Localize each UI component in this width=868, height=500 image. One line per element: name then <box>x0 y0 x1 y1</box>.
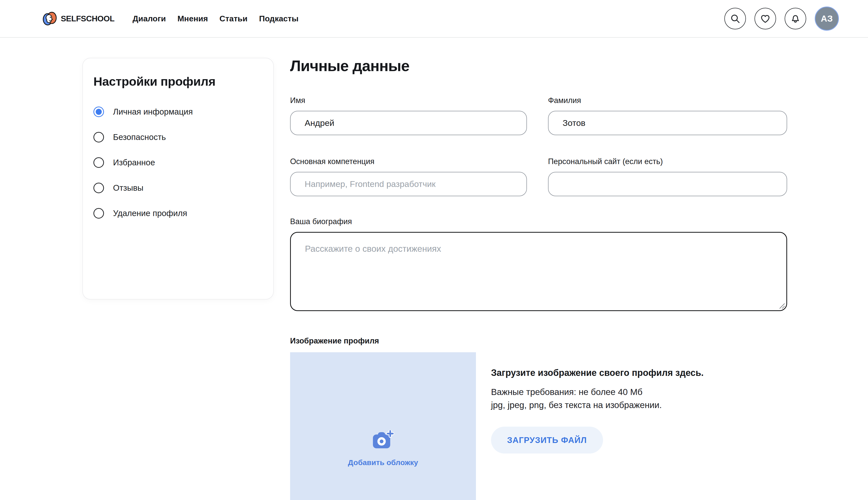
website-label: Персональный сайт (если есть) <box>548 157 787 166</box>
sidebar-item-favorites[interactable]: Избранное <box>93 157 263 168</box>
avatar-initials: АЗ <box>821 14 833 24</box>
profile-settings-sidebar: Настройки профиля Личная информация Безо… <box>82 58 274 299</box>
sidebar-item-label: Избранное <box>113 158 155 167</box>
radio-icon <box>93 208 104 219</box>
profile-image-label: Изображение профиля <box>290 336 787 346</box>
add-cover-label: Добавить обложку <box>348 458 418 467</box>
page-title: Личные данные <box>290 58 787 73</box>
upload-info: Загрузите изображение своего профиля зде… <box>491 352 785 500</box>
first-name-input[interactable] <box>290 111 527 135</box>
upload-area: Добавить обложку Загрузите изображение с… <box>290 352 787 500</box>
field-last-name: Фамилия <box>548 96 787 135</box>
sidebar-item-label: Безопасность <box>113 133 166 142</box>
selfschool-logo-icon <box>42 11 57 26</box>
upload-requirement-line2: jpg, jpeg, png, без текста на изображени… <box>491 398 785 411</box>
brand-logo[interactable]: SELFSCHOOL <box>42 11 115 26</box>
form-row-names: Имя Фамилия <box>290 96 787 135</box>
first-name-label: Имя <box>290 96 527 105</box>
radio-icon <box>93 183 104 193</box>
sidebar-item-personal-info[interactable]: Личная информация <box>93 106 263 117</box>
search-icon <box>730 13 740 24</box>
nav-item-articles[interactable]: Статьи <box>220 14 248 23</box>
settings-radio-list: Личная информация Безопасность Избранное… <box>93 106 263 219</box>
field-website: Персональный сайт (если есть) <box>548 157 787 196</box>
textarea-resize-handle[interactable] <box>778 303 785 309</box>
sidebar-item-label: Удаление профиля <box>113 208 187 218</box>
brand-name: SELFSCHOOL <box>61 14 115 23</box>
upload-requirement-line1: Важные требования: не более 40 Мб <box>491 385 785 398</box>
main-nav: Диалоги Мнения Статьи Подкасты <box>132 14 299 23</box>
favorites-button[interactable] <box>754 8 776 30</box>
competence-input[interactable] <box>290 172 527 196</box>
upload-file-button[interactable]: ЗАГРУЗИТЬ ФАЙЛ <box>491 427 603 454</box>
sidebar-item-reviews[interactable]: Отзывы <box>93 182 263 194</box>
last-name-input[interactable] <box>548 111 787 135</box>
upload-heading: Загрузите изображение своего профиля зде… <box>491 367 785 378</box>
add-cover-dropzone[interactable]: Добавить обложку <box>290 352 476 500</box>
radio-icon <box>93 132 104 143</box>
heart-icon <box>760 13 771 24</box>
sidebar-item-security[interactable]: Безопасность <box>93 132 263 143</box>
header-actions: АЗ <box>724 7 839 31</box>
field-competence: Основная компетенция <box>290 157 527 196</box>
last-name-label: Фамилия <box>548 96 787 105</box>
bell-icon <box>790 13 801 24</box>
biography-label: Ваша биография <box>290 217 787 226</box>
biography-textarea[interactable] <box>290 232 787 311</box>
profile-settings-page: SELFSCHOOL Диалоги Мнения Статьи Подкаст… <box>0 0 868 500</box>
profile-image-section: Изображение профиля Добавить обложку Заг… <box>290 336 787 500</box>
sidebar-title: Настройки профиля <box>93 75 263 89</box>
nav-item-opinions[interactable]: Мнения <box>177 14 208 23</box>
sidebar-item-label: Отзывы <box>113 183 143 193</box>
user-avatar[interactable]: АЗ <box>815 7 839 31</box>
sidebar-item-delete-profile[interactable]: Удаление профиля <box>93 207 263 219</box>
upload-requirements: Важные требования: не более 40 Мб jpg, j… <box>491 385 785 411</box>
nav-item-podcasts[interactable]: Подкасты <box>259 14 298 23</box>
personal-data-form: Личные данные Имя Фамилия Основная компе… <box>290 58 787 500</box>
radio-selected-icon <box>93 106 104 117</box>
nav-item-dialogs[interactable]: Диалоги <box>132 14 166 23</box>
sidebar-item-label: Личная информация <box>113 107 193 116</box>
website-input[interactable] <box>548 172 787 196</box>
notifications-button[interactable] <box>785 8 806 30</box>
form-row-competence-site: Основная компетенция Персональный сайт (… <box>290 157 787 196</box>
camera-plus-icon <box>372 430 394 450</box>
search-button[interactable] <box>724 8 746 30</box>
top-navigation-bar: SELFSCHOOL Диалоги Мнения Статьи Подкаст… <box>0 0 868 38</box>
field-biography: Ваша биография <box>290 217 787 311</box>
competence-label: Основная компетенция <box>290 157 527 166</box>
radio-icon <box>93 157 104 168</box>
field-first-name: Имя <box>290 96 527 135</box>
